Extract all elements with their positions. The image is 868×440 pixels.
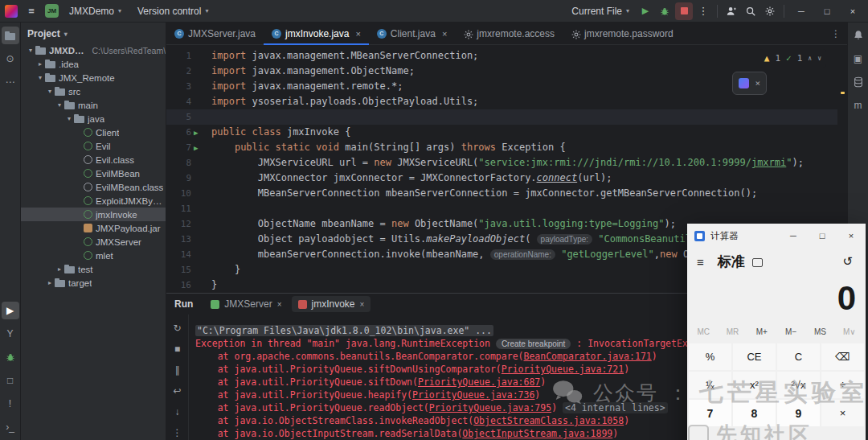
project-icon[interactable] <box>2 27 19 44</box>
calc-key-9[interactable]: 9 <box>777 400 820 426</box>
gutter-line[interactable]: 14 <box>166 247 205 262</box>
calc-key-[interactable]: × <box>821 400 864 426</box>
stack-trace-link[interactable]: BeanComparator.java:171 <box>524 351 652 362</box>
tree-item[interactable]: ▾src <box>21 84 166 98</box>
vcs-widget[interactable]: Version control ▾ <box>132 3 214 19</box>
pause-output-icon[interactable]: ∥ <box>170 363 185 377</box>
project-panel-header[interactable]: Project ▾ <box>21 23 166 43</box>
notifications-icon[interactable] <box>850 27 867 44</box>
calc-key-7[interactable]: 7 <box>689 400 731 426</box>
tree-item[interactable]: ▾main <box>21 98 166 112</box>
tree-item[interactable]: ▸target <box>21 276 166 290</box>
maven-icon[interactable]: m <box>850 97 867 114</box>
prev-problem-icon[interactable]: ∧ <box>808 51 812 66</box>
calc-close-button[interactable]: × <box>837 224 866 248</box>
code-line[interactable] <box>205 201 847 216</box>
gutter-line[interactable]: 1 <box>166 48 205 64</box>
tab-bar-more-icon[interactable]: ⋮ <box>825 23 847 44</box>
calc-key-8[interactable]: 8 <box>733 400 776 426</box>
code-line[interactable]: JMXConnector jmxConnector = JMXConnector… <box>205 171 847 186</box>
memory-button-m[interactable]: M− <box>776 327 805 336</box>
database-icon[interactable] <box>850 73 867 91</box>
quick-action-icon[interactable] <box>739 78 749 88</box>
tree-item[interactable]: ▸test <box>21 262 166 276</box>
keep-on-top-icon[interactable] <box>752 258 763 267</box>
tree-item[interactable]: JMXServer <box>21 235 166 249</box>
editor-tab[interactable]: CJMXServer.java <box>166 23 264 44</box>
code-line[interactable] <box>205 109 847 125</box>
gutter-line[interactable]: 3 <box>166 79 205 94</box>
stack-trace-link[interactable]: PriorityQueue.java:687 <box>418 376 540 388</box>
calculator-window[interactable]: 计算器 ─ □ × ≡ 标准 ↺ 0 MCMRM+M−MSM∨ %CEC⌫¹⁄ₓ… <box>687 224 866 440</box>
code-line[interactable]: import javax.management.MBeanServerConne… <box>205 48 847 64</box>
tree-item[interactable]: Evil <box>21 139 166 153</box>
more-actions-icon[interactable]: ⋮ <box>694 2 712 20</box>
gutter-line[interactable]: 11 <box>166 201 205 216</box>
run-line-icon[interactable]: ▶ <box>194 129 202 137</box>
gutter-line[interactable]: 10 <box>166 186 205 201</box>
calc-key-[interactable]: ÷ <box>821 372 864 398</box>
chevron-down-icon[interactable]: ▾ <box>55 101 64 109</box>
minimize-button[interactable]: ─ <box>789 2 813 21</box>
tree-item[interactable]: ▾JMX_Remote <box>21 71 166 84</box>
create-breakpoint-chip[interactable]: Create breakpoint <box>496 339 571 349</box>
scroll-to-end-icon[interactable]: ↓ <box>170 405 185 419</box>
stop-icon[interactable]: ■ <box>170 342 185 356</box>
run-tab[interactable]: JMXServer× <box>204 296 288 312</box>
editor-tab[interactable]: jmxremote.access <box>455 23 563 44</box>
calculator-titlebar[interactable]: 计算器 ─ □ × <box>687 224 866 248</box>
run-configuration-selector[interactable]: Current File ▾ <box>566 3 635 19</box>
history-icon[interactable]: ↺ <box>842 254 862 269</box>
chevron-right-icon[interactable]: ▸ <box>45 279 55 286</box>
terminal-icon[interactable]: ›_ <box>2 418 19 436</box>
tree-item[interactable]: JMXPayload.jar <box>21 221 166 235</box>
gutter-line[interactable]: 4 <box>166 94 205 109</box>
stack-trace-link[interactable]: PriorityQueue.java:795 <box>429 402 551 413</box>
calc-key-[interactable]: % <box>689 343 731 370</box>
tree-item[interactable]: ▾java <box>21 112 166 125</box>
stop-button[interactable] <box>675 2 693 20</box>
project-selector[interactable]: JMXDemo ▾ <box>63 3 127 19</box>
floating-toolbar[interactable]: × <box>732 72 767 95</box>
calc-key-C[interactable]: C <box>777 343 820 370</box>
soft-wrap-icon[interactable]: ↩ <box>170 384 185 398</box>
gutter-line[interactable]: 9 <box>166 171 205 186</box>
gutter-line[interactable]: 7▶ <box>166 140 205 155</box>
gutter-line[interactable]: 5 <box>166 109 205 125</box>
calc-key-x[interactable]: x² <box>733 372 776 398</box>
maximize-button[interactable]: □ <box>815 2 839 21</box>
code-line[interactable]: MBeanServerConnection mbeanServerConnect… <box>205 186 847 201</box>
chevron-right-icon[interactable]: ▸ <box>35 60 45 68</box>
gutter-line[interactable]: 13 <box>166 232 205 247</box>
stack-trace-link[interactable]: ObjectInputStream.java:1899 <box>462 428 612 439</box>
code-with-me-icon[interactable] <box>723 2 740 20</box>
main-menu-icon[interactable]: ≡ <box>23 2 40 20</box>
stack-trace-link[interactable]: PriorityQueue.java:721 <box>502 364 624 375</box>
commit-icon[interactable]: ⊙ <box>2 50 19 68</box>
more-icon[interactable]: ⋮ <box>170 426 185 440</box>
close-tab-icon[interactable]: × <box>360 300 365 309</box>
run-line-icon[interactable]: ▶ <box>194 144 202 152</box>
calc-key-[interactable]: ¹⁄ₓ <box>689 372 731 398</box>
gutter-line[interactable]: 15 <box>166 262 205 278</box>
gutter-line[interactable]: 12 <box>166 216 205 232</box>
close-button[interactable]: × <box>841 2 865 21</box>
calc-maximize-button[interactable]: □ <box>808 224 837 248</box>
chevron-down-icon[interactable]: ▾ <box>35 74 45 81</box>
services-icon[interactable]: □ <box>2 372 19 389</box>
calc-menu-icon[interactable]: ≡ <box>690 255 710 269</box>
calc-key-CE[interactable]: CE <box>733 343 776 370</box>
memory-button-ms[interactable]: MS <box>805 327 834 336</box>
chevron-down-icon[interactable]: ▾ <box>45 88 55 95</box>
code-line[interactable]: import ysoserial.payloads.ObjectPayload.… <box>205 94 847 109</box>
tree-item[interactable]: Client <box>21 125 166 139</box>
debug-icon[interactable] <box>2 348 19 366</box>
rerun-icon[interactable]: ↻ <box>170 321 185 335</box>
chevron-down-icon[interactable]: ▾ <box>26 47 35 54</box>
gutter-line[interactable]: 8 <box>166 155 205 171</box>
tree-item[interactable]: EvilMBean.class <box>21 180 166 194</box>
close-icon[interactable]: × <box>755 76 760 91</box>
calc-key-[interactable]: ⌫ <box>821 343 864 370</box>
memory-button-m[interactable]: M+ <box>747 327 776 336</box>
calc-minimize-button[interactable]: ─ <box>779 224 808 248</box>
